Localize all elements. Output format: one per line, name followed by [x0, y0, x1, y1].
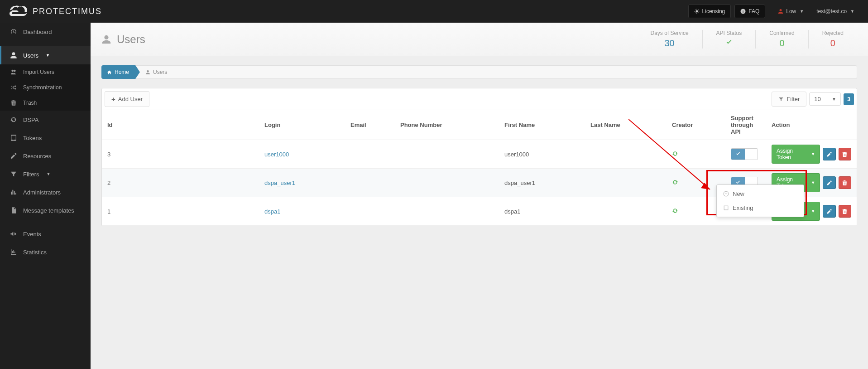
dashboard-icon — [10, 28, 18, 35]
caret-down-icon: ▼ — [811, 152, 815, 156]
brand-text: PROTECTIMUS — [33, 7, 102, 16]
licensing-button[interactable]: Licensing — [688, 5, 731, 18]
faq-button[interactable]: i FAQ — [734, 5, 765, 18]
filter-button[interactable]: Filter — [772, 92, 806, 107]
cell-id: 1 — [102, 197, 259, 226]
brand-logo[interactable]: PROTECTIMUS — [9, 5, 102, 18]
check-icon — [716, 38, 742, 49]
cell-id: 2 — [102, 169, 259, 197]
caret-down-icon: ▼ — [850, 9, 854, 14]
assign-existing[interactable]: Existing — [717, 201, 804, 215]
trash-icon — [10, 100, 18, 106]
col-action: Action — [766, 110, 857, 140]
delete-button[interactable] — [839, 148, 851, 160]
col-email: Email — [345, 110, 395, 140]
filter-icon — [10, 170, 18, 178]
stat-api: API Status — [702, 30, 756, 49]
nav-users[interactable]: Users ▼ — [0, 46, 91, 64]
delete-button[interactable] — [839, 205, 851, 218]
edit-button[interactable] — [823, 148, 835, 160]
logo-icon — [9, 5, 29, 18]
nav-dashboard[interactable]: Dashboard — [0, 23, 91, 41]
col-phone: Phone Number — [395, 110, 499, 140]
col-first: First Name — [499, 110, 585, 140]
cell-first: user1000 — [499, 140, 585, 169]
caret-down-icon: ▼ — [832, 97, 836, 102]
user-icon — [145, 70, 150, 75]
table-row: 3 user1000 user1000 Assign Token ▼ — [102, 140, 857, 169]
home-icon — [107, 70, 112, 75]
filter-icon — [778, 97, 784, 102]
assign-new[interactable]: New — [717, 187, 804, 201]
nav-administrators[interactable]: Administrators — [0, 183, 91, 201]
col-creator: Creator — [667, 110, 725, 140]
nav-resources[interactable]: Resources — [0, 147, 91, 165]
edit-icon — [10, 152, 18, 160]
cell-first: dspa_user1 — [499, 169, 585, 197]
stat-confirmed: Confirmed 0 — [755, 30, 808, 49]
breadcrumb-home[interactable]: Home — [101, 65, 135, 79]
stats-icon — [10, 248, 18, 256]
edit-button[interactable] — [823, 176, 835, 189]
nav-tokens[interactable]: Tokens — [0, 129, 91, 147]
assign-token-button[interactable]: Assign Token ▼ — [772, 145, 820, 164]
nav-dspa[interactable]: DSPA — [0, 111, 91, 129]
add-user-button[interactable]: + Add User — [105, 91, 149, 107]
info-icon: i — [740, 9, 746, 14]
edit-button[interactable] — [823, 205, 835, 218]
megaphone-icon — [10, 230, 18, 238]
tablet-icon — [10, 134, 18, 141]
cell-phone — [395, 140, 499, 169]
stat-days: Days of Service 30 — [637, 30, 702, 49]
assign-token-dropdown: New Existing — [716, 184, 804, 217]
login-link[interactable]: dspa1 — [264, 208, 280, 215]
svg-rect-3 — [724, 206, 728, 210]
security-level-menu[interactable]: Low ▼ — [778, 8, 804, 15]
login-link[interactable]: user1000 — [264, 151, 289, 158]
cell-first: dspa1 — [499, 197, 585, 226]
page-title: Users — [101, 33, 145, 46]
creator-refresh[interactable] — [667, 140, 725, 169]
plus-circle-icon — [723, 191, 729, 197]
page-size-select[interactable]: 10 ▼ — [809, 92, 841, 106]
nav-trash[interactable]: Trash — [0, 95, 91, 111]
nav-events[interactable]: Events — [0, 225, 91, 243]
caret-down-icon: ▼ — [811, 209, 815, 214]
cell-email — [345, 197, 395, 226]
sun-icon — [694, 9, 700, 14]
cell-email — [345, 140, 395, 169]
col-support: Support through API — [725, 110, 766, 140]
nav-message-templates[interactable]: Message templates — [0, 201, 91, 219]
caret-down-icon: ▼ — [811, 180, 815, 185]
count-badge: 3 — [844, 93, 854, 105]
users-icon — [10, 69, 18, 75]
cell-phone — [395, 169, 499, 197]
user-icon — [101, 34, 111, 44]
nav-synchronization[interactable]: Synchronization — [0, 80, 91, 95]
col-last: Last Name — [585, 110, 667, 140]
user-icon — [10, 52, 18, 59]
col-login: Login — [259, 110, 345, 140]
shuffle-icon — [10, 84, 18, 91]
caret-down-icon: ▼ — [46, 172, 50, 176]
cell-last — [585, 169, 667, 197]
document-icon — [10, 207, 18, 214]
refresh-icon — [10, 116, 18, 123]
nav-import-users[interactable]: Import Users — [0, 64, 91, 80]
login-link[interactable]: dspa_user1 — [264, 180, 295, 186]
cell-last — [585, 140, 667, 169]
api-toggle[interactable] — [731, 148, 758, 160]
square-icon — [723, 205, 729, 211]
cell-last — [585, 197, 667, 226]
stat-rejected: Rejected 0 — [808, 30, 857, 49]
nav-statistics[interactable]: Statistics — [0, 243, 91, 261]
caret-down-icon: ▼ — [46, 53, 50, 58]
breadcrumb-current: Users — [135, 65, 857, 79]
cell-email — [345, 169, 395, 197]
breadcrumb: Home Users — [101, 65, 857, 79]
account-menu[interactable]: test@test.co ▼ — [816, 8, 854, 15]
delete-button[interactable] — [839, 176, 851, 189]
nav-filters[interactable]: Filters ▼ — [0, 165, 91, 183]
user-icon — [778, 9, 783, 14]
cell-phone — [395, 197, 499, 226]
